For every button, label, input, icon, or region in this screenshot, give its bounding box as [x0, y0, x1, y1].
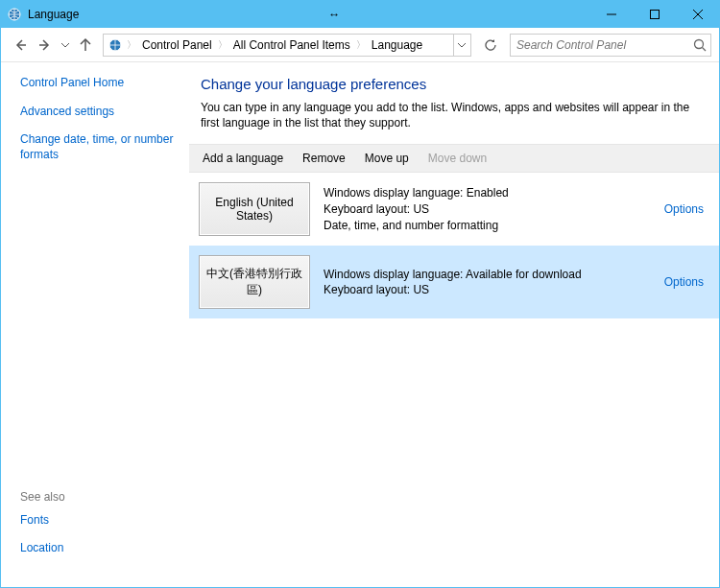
window: Language ↔ 〉 Con [0, 0, 720, 588]
up-button[interactable] [74, 34, 97, 57]
svg-line-10 [703, 47, 707, 51]
app-icon [7, 7, 22, 22]
search-input[interactable] [511, 35, 710, 56]
seealso-fonts[interactable]: Fonts [20, 513, 179, 529]
recent-dropdown[interactable] [59, 34, 72, 57]
language-details: Windows display language: Available for … [310, 267, 664, 299]
minimize-button[interactable] [589, 1, 633, 28]
sidebar: Control Panel Home Advanced settings Cha… [1, 62, 188, 587]
body: Control Panel Home Advanced settings Cha… [1, 62, 719, 587]
navbar: 〉 Control Panel 〉 All Control Panel Item… [1, 28, 719, 62]
search-icon[interactable] [693, 38, 707, 55]
back-button[interactable] [9, 34, 32, 57]
svg-rect-2 [650, 11, 659, 19]
keyboard-layout: Keyboard layout: US [324, 282, 651, 298]
breadcrumb-item[interactable]: Language [368, 35, 426, 56]
language-list: English (United States) Windows display … [189, 173, 719, 587]
move-down-button: Move down [419, 145, 496, 172]
seealso-location[interactable]: Location [20, 541, 179, 556]
main-panel: Change your language preferences You can… [188, 62, 719, 587]
page-description: You can type in any language you add to … [189, 100, 719, 144]
language-row[interactable]: English (United States) Windows display … [189, 173, 719, 246]
chevron-right-icon[interactable]: 〉 [125, 38, 138, 52]
breadcrumb-dropdown[interactable] [453, 35, 468, 56]
options-link[interactable]: Options [664, 275, 708, 289]
control-panel-icon [106, 37, 125, 53]
language-details: Windows display language: Enabled Keyboa… [310, 185, 664, 233]
close-button[interactable] [676, 1, 719, 28]
search-box[interactable] [510, 34, 711, 57]
resize-horizontal-icon: ↔ [317, 8, 351, 21]
add-language-button[interactable]: Add a language [193, 145, 293, 172]
breadcrumb-item[interactable]: All Control Panel Items [229, 35, 354, 56]
chevron-right-icon[interactable]: 〉 [216, 38, 229, 52]
remove-button[interactable]: Remove [293, 145, 355, 172]
chevron-right-icon[interactable]: 〉 [354, 38, 368, 52]
titlebar[interactable]: Language ↔ [1, 1, 719, 28]
keyboard-layout: Keyboard layout: US [324, 201, 651, 218]
language-tile[interactable]: 中文(香港特別行政區) [199, 255, 310, 309]
svg-point-9 [695, 39, 704, 48]
options-link[interactable]: Options [664, 202, 708, 216]
language-toolbar: Add a language Remove Move up Move down [189, 144, 719, 173]
display-language-status: Windows display language: Enabled [324, 185, 651, 201]
sidebar-link-advanced[interactable]: Advanced settings [20, 105, 179, 120]
maximize-button[interactable] [633, 1, 676, 28]
sidebar-home-link[interactable]: Control Panel Home [20, 76, 179, 91]
page-heading: Change your language preferences [189, 62, 719, 100]
seealso-label: See also [20, 490, 179, 504]
move-up-button[interactable]: Move up [355, 145, 419, 172]
display-language-status: Windows display language: Available for … [324, 267, 651, 283]
breadcrumb-bar[interactable]: 〉 Control Panel 〉 All Control Panel Item… [103, 34, 471, 57]
refresh-button[interactable] [479, 34, 502, 57]
breadcrumb-item[interactable]: Control Panel [138, 35, 216, 56]
forward-button[interactable] [34, 34, 57, 57]
formatting-note: Date, time, and number formatting [324, 218, 651, 234]
language-tile[interactable]: English (United States) [199, 182, 310, 236]
language-row[interactable]: 中文(香港特別行政區) Windows display language: Av… [189, 246, 719, 318]
window-title: Language [28, 8, 79, 21]
sidebar-link-formats[interactable]: Change date, time, or number formats [20, 132, 179, 162]
